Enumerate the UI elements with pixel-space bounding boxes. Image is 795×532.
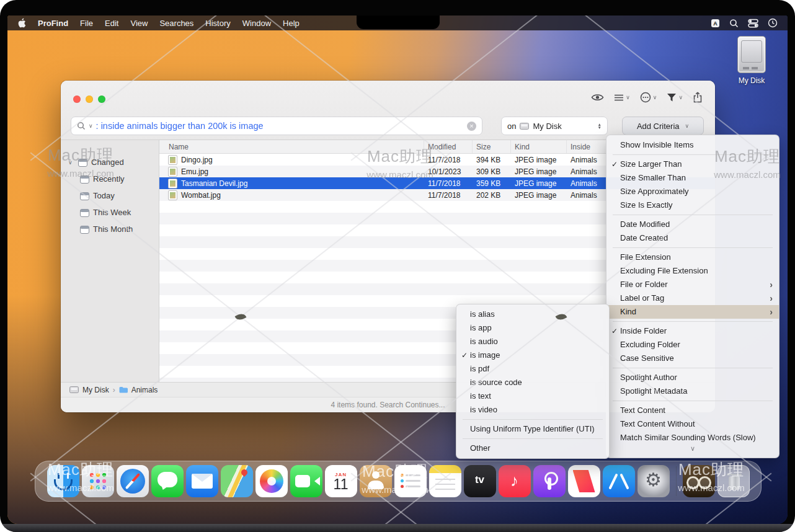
menu-scroll-down-icon[interactable]: ∨ — [606, 445, 779, 454]
minimize-button[interactable] — [86, 95, 93, 103]
sidebar-item-label: Changed — [91, 157, 124, 167]
dock-photos-icon[interactable] — [255, 465, 288, 497]
submenu-item-is-video[interactable]: ✓is video — [456, 403, 609, 417]
column-header-modified[interactable]: Modified — [424, 140, 473, 153]
submenu-item-is-alias[interactable]: ✓is alias — [456, 308, 609, 321]
menu-item-label: Excluding File Extension — [620, 266, 708, 275]
menu-item-kind[interactable]: ✓Kind› — [606, 305, 779, 319]
submenu-item-is-text[interactable]: ✓is text — [456, 389, 609, 403]
menu-file[interactable]: File — [80, 19, 93, 28]
dock-separator — [676, 466, 677, 496]
menu-item-excluding-file-extension[interactable]: ✓Excluding File Extension› — [606, 264, 779, 278]
menu-item-size-is-exactly[interactable]: ✓Size Is Exactly› — [606, 198, 779, 212]
menu-item-inside-folder[interactable]: ✓Inside Folder› — [606, 324, 779, 338]
quick-actions-icon[interactable]: ∨ — [667, 93, 683, 102]
dock-music-icon[interactable] — [499, 465, 531, 497]
file-name: Tasmanian Devil.jpg — [181, 179, 247, 188]
menu-item-spotlight-author[interactable]: ✓Spotlight Author› — [606, 371, 779, 384]
sidebar-item-today[interactable]: Today — [61, 187, 159, 204]
dock-facetime-icon[interactable] — [290, 465, 322, 497]
menu-view[interactable]: View — [130, 19, 148, 28]
menu-item-spotlight-metadata[interactable]: ✓Spotlight Metadata› — [606, 384, 779, 398]
path-disk[interactable]: My Disk — [82, 386, 109, 394]
sidebar-item-changed[interactable]: ∨ Changed — [61, 154, 159, 171]
menu-item-excluding-folder[interactable]: ✓Excluding Folder› — [606, 338, 779, 352]
submenu-item-is-source-code[interactable]: ✓is source code — [456, 376, 609, 389]
dock-system-settings-icon[interactable] — [637, 465, 670, 497]
apple-menu-icon[interactable] — [17, 18, 26, 28]
dock-contacts-icon[interactable] — [360, 465, 392, 497]
submenu-item-uti[interactable]: ✓Using Uniform Type Identifier (UTI) — [456, 422, 609, 436]
kind-submenu: ✓is alias ✓is app ✓is audio ✓is image ✓i… — [456, 304, 610, 459]
submenu-item-is-audio[interactable]: ✓is audio — [456, 335, 609, 348]
calendar-icon — [80, 225, 89, 234]
menu-item-text-content-without[interactable]: ✓Text Content Without› — [606, 417, 779, 431]
file-name: Wombat.jpg — [181, 191, 221, 200]
disclosure-chevron-icon[interactable]: ∨ — [68, 159, 74, 166]
view-options-icon[interactable]: ∨ — [614, 94, 630, 102]
dock-maps-icon[interactable] — [221, 465, 253, 497]
preview-eye-icon[interactable] — [591, 93, 604, 102]
menu-item-date-created[interactable]: ✓Date Created› — [606, 231, 779, 245]
dock-reminders-icon[interactable] — [394, 465, 427, 497]
menu-item-match-similar-sounding-words[interactable]: ✓Match Similar Sounding Words (Slow)› — [606, 431, 779, 445]
menu-window[interactable]: Window — [242, 19, 271, 28]
menu-item-date-modified[interactable]: ✓Date Modified› — [606, 218, 779, 231]
menu-item-case-sensitive[interactable]: ✓Case Sensitive› — [606, 352, 779, 365]
path-folder[interactable]: Animals — [131, 386, 158, 394]
search-input[interactable]: ∨ : inside animals bigger than 200k is i… — [71, 117, 482, 135]
submenu-item-other[interactable]: ✓Other — [456, 441, 609, 455]
dock-trash-icon[interactable] — [717, 465, 750, 497]
column-header-name[interactable]: Name — [159, 140, 424, 153]
dock-safari-icon[interactable] — [117, 465, 149, 497]
clear-search-icon[interactable]: × — [467, 122, 476, 131]
dock-messages-icon[interactable] — [151, 465, 184, 497]
sidebar-item-this-week[interactable]: This Week — [61, 204, 159, 221]
dock-notes-icon[interactable] — [429, 465, 461, 497]
close-button[interactable] — [73, 95, 81, 103]
dock-mail-icon[interactable] — [186, 465, 218, 497]
chevron-down-icon[interactable]: ∨ — [89, 123, 93, 129]
input-source-icon[interactable]: A — [711, 19, 720, 28]
add-criteria-button[interactable]: Add Criteria ∨ — [622, 117, 704, 135]
submenu-item-is-image[interactable]: ✓is image — [456, 348, 609, 362]
menu-edit[interactable]: Edit — [105, 19, 118, 28]
column-header-size[interactable]: Size — [473, 140, 511, 153]
dock-profind-icon[interactable] — [683, 465, 715, 497]
menu-searches[interactable]: Searches — [159, 19, 193, 28]
menu-item-label-or-tag[interactable]: ✓Label or Tag› — [606, 291, 779, 305]
sidebar-item-this-month[interactable]: This Month — [61, 221, 159, 237]
file-size: 359 KB — [473, 179, 511, 188]
file-size: 202 KB — [473, 191, 511, 200]
dock-podcasts-icon[interactable] — [533, 465, 566, 497]
column-header-kind[interactable]: Kind — [511, 140, 567, 153]
menu-item-text-content[interactable]: ✓Text Content› — [606, 404, 779, 417]
submenu-item-is-pdf[interactable]: ✓is pdf — [456, 362, 609, 376]
dock-launchpad-icon[interactable] — [82, 465, 114, 497]
more-options-icon[interactable]: ∨ — [640, 92, 657, 103]
dock-finder-icon[interactable] — [47, 465, 79, 497]
menu-bar-app-name[interactable]: ProFind — [38, 19, 68, 28]
clock-icon[interactable] — [768, 18, 778, 28]
menu-item-size-smaller-than[interactable]: ✓Size Smaller Than› — [606, 171, 779, 185]
dock-tv-icon[interactable]: tv — [464, 465, 496, 497]
menu-item-file-or-folder[interactable]: ✓File or Folder› — [606, 278, 779, 291]
zoom-button[interactable] — [98, 95, 105, 103]
sidebar-item-label: Today — [93, 191, 115, 200]
search-scope-select[interactable]: on My Disk ▲▼ — [501, 117, 608, 135]
submenu-item-is-app[interactable]: ✓is app — [456, 321, 609, 335]
menu-help[interactable]: Help — [283, 19, 300, 28]
dock-news-icon[interactable] — [568, 465, 600, 497]
sidebar-item-recently[interactable]: Recently — [61, 171, 159, 187]
menu-item-show-invisible-items[interactable]: ✓Show Invisible Items› — [606, 138, 779, 152]
menu-item-file-extension[interactable]: ✓File Extension› — [606, 250, 779, 264]
menu-history[interactable]: History — [205, 19, 230, 28]
dock-app-store-icon[interactable] — [603, 465, 635, 497]
share-icon[interactable] — [693, 92, 703, 103]
dock-calendar-icon[interactable]: JAN 11 — [325, 465, 357, 497]
control-center-icon[interactable] — [748, 19, 758, 28]
desktop-disk[interactable]: My Disk — [726, 36, 778, 85]
spotlight-search-icon[interactable] — [729, 19, 739, 28]
menu-item-size-larger-than[interactable]: ✓Size Larger Than› — [606, 157, 779, 171]
menu-item-size-approximately[interactable]: ✓Size Approximately› — [606, 185, 779, 198]
